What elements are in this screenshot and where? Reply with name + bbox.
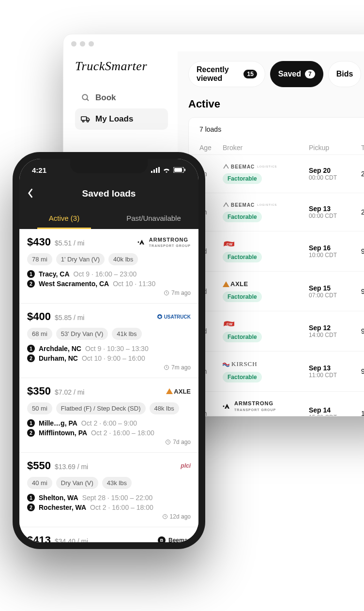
clock-icon — [164, 365, 169, 370]
table-row[interactable]: 2dCWFactorableSep 1610:00 CDT931 mi — [189, 231, 364, 271]
cell-trip: 944 mi — [361, 288, 364, 295]
stop-number-icon: 1 — [27, 345, 35, 352]
chip-row: 40 miDry Van (V)43k lbs — [27, 477, 191, 489]
cell-trip: 1,749 mi — [361, 410, 364, 416]
chip: Flatbed (F) / Step Deck (SD) — [56, 402, 146, 414]
tab-active[interactable]: Active (3) — [19, 208, 109, 229]
stop-city: Rochester, WA — [39, 504, 86, 511]
chip: 40 mi — [27, 477, 52, 489]
chip: 50 mi — [27, 402, 52, 414]
load-card[interactable]: $550$13.69 / miplci40 miDry Van (V)43k l… — [19, 453, 198, 527]
cell-broker: ARMSTRONGTRANSPORT GROUPFactorable — [223, 400, 305, 416]
cell-pickup: Sep 1507:00 CDT — [309, 284, 357, 299]
svg-rect-8 — [153, 169, 155, 173]
svg-point-4 — [87, 121, 89, 122]
price: $400 — [27, 310, 51, 322]
tab-recently-viewed[interactable]: Recently viewed 15 — [188, 61, 265, 87]
stop-row: 2Durham, NCOct 10 · 9:00 – 16:00 — [27, 354, 191, 362]
rate-per-mile: $5.51 / mi — [55, 239, 84, 247]
stop-row: 1Archdale, NCOct 9 · 10:30 – 13:30 — [27, 345, 191, 352]
truck-icon — [81, 114, 91, 124]
rate-per-mile: $13.69 / mi — [55, 463, 88, 471]
main-panel: Recently viewed 15 Saved 7 Bids Booked A… — [178, 51, 364, 415]
load-card[interactable]: $400$5.85 / miUSATRUCK68 mi53' Dry Van (… — [19, 304, 198, 378]
signal-icon — [151, 167, 160, 173]
factorable-badge: Factorable — [223, 212, 262, 222]
phone-header: Saved loads Active (3) Past/Unavailable — [19, 181, 198, 229]
chip: 78 mi — [27, 253, 52, 265]
cell-pickup: Sep 1415:00 CDT — [309, 406, 357, 416]
stop-time: Oct 2 · 16:00 – 18:00 — [91, 429, 154, 437]
stop-row: 1Mille…g, PAOct 2 · 6:00 – 9:00 — [27, 419, 191, 427]
table-row[interactable]: 1hBEEMACLOGISTICSFactorableSep 2000:00 C… — [189, 154, 364, 193]
section-title: Active — [188, 98, 364, 110]
col-pickup: Pickup — [309, 144, 357, 152]
load-card[interactable]: $350$7.02 / miAXLE50 miFlatbed (F) / Ste… — [19, 378, 198, 453]
phone-tabs: Active (3) Past/Unavailable — [19, 208, 198, 229]
clock-icon — [164, 290, 169, 296]
nav-book[interactable]: Book — [75, 87, 168, 108]
traffic-max-icon[interactable] — [89, 41, 94, 46]
stop-number-icon: 2 — [27, 504, 35, 511]
table-row[interactable]: 5dCWFactorableSep 1214:00 CDT926 mi — [189, 311, 364, 351]
phone-notch — [70, 159, 148, 173]
cell-broker: KIRSCHFactorable — [223, 360, 305, 382]
factorable-badge: Factorable — [223, 173, 262, 184]
cards-list[interactable]: $430$5.51 / miARMSTRONGTRANSPORT GROUP78… — [19, 229, 198, 542]
stop-city: Archdale, NC — [39, 345, 81, 352]
chip: 40k lbs — [108, 253, 138, 265]
svg-point-3 — [82, 121, 84, 122]
traffic-close-icon[interactable] — [71, 41, 76, 46]
cell-pickup: Sep 2000:00 CDT — [309, 167, 357, 181]
stop-row: 2Mifflintown, PAOct 2 · 16:00 – 18:00 — [27, 429, 191, 437]
cell-trip: 926 mi — [361, 327, 364, 335]
factorable-badge: Factorable — [223, 252, 262, 262]
stop-city: Mille…g, PA — [39, 419, 77, 427]
stop-row: 1Tracy, CAOct 9 · 16:00 – 23:00 — [27, 270, 191, 278]
tab-count-badge: 15 — [243, 70, 257, 78]
posted-time: 12d ago — [162, 513, 191, 520]
stop-time: Sept 28 · 15:00 – 22:00 — [82, 494, 153, 502]
cell-trip: 931 mi — [361, 247, 364, 255]
broker-logo: BEEMACLOGISTICS — [223, 202, 305, 208]
cell-pickup: Sep 1300:00 CDT — [309, 205, 357, 219]
table-row[interactable]: 3dAXLEFactorableSep 1507:00 CDT944 mi — [189, 271, 364, 311]
chip-row: 78 mi1' Dry Van (V)40k lbs — [27, 253, 191, 265]
load-card[interactable]: $413$34.40 / miBBeemac12 mi53' Reefer42k… — [19, 527, 198, 542]
back-button[interactable] — [27, 188, 34, 199]
cell-broker: BEEMACLOGISTICSFactorable — [223, 164, 305, 184]
svg-point-6 — [223, 406, 225, 407]
table-row[interactable]: 1hARMSTRONGTRANSPORT GROUPFactorableSep … — [189, 391, 364, 416]
tab-bids[interactable]: Bids — [328, 61, 362, 87]
chip: 1' Dry Van (V) — [56, 253, 105, 265]
carrier-logo: USATRUCK — [157, 314, 191, 320]
table-row[interactable]: 1hKIRSCHFactorableSep 1311:00 CDT937 mi — [189, 351, 364, 391]
tab-saved[interactable]: Saved 7 — [270, 61, 323, 87]
stop-row: 1Shelton, WASept 28 · 15:00 – 22:00 — [27, 494, 191, 502]
chip: 68 mi — [27, 328, 52, 340]
tab-past[interactable]: Past/Unavailable — [109, 208, 198, 229]
nav-my-loads[interactable]: My Loads — [75, 108, 168, 130]
factorable-badge: Factorable — [223, 332, 262, 342]
traffic-lights — [63, 34, 364, 51]
cell-pickup: Sep 1610:00 CDT — [309, 244, 357, 259]
col-broker: Broker — [223, 144, 305, 152]
phone-device: 4:21 Saved loads Active (3) Past/Unavail… — [13, 152, 205, 549]
stop-city: Shelton, WA — [39, 494, 78, 502]
load-card[interactable]: $430$5.51 / miARMSTRONGTRANSPORT GROUP78… — [19, 229, 198, 304]
table-header: Age Broker Pickup Trip — [189, 135, 364, 154]
stop-time: Oct 9 · 16:00 – 23:00 — [74, 270, 137, 278]
chip-row: 50 miFlatbed (F) / Step Deck (SD)48k lbs — [27, 402, 191, 414]
wifi-icon — [163, 167, 170, 173]
price: $350 — [27, 385, 51, 397]
broker-logo: ARMSTRONGTRANSPORT GROUP — [223, 400, 305, 412]
factorable-badge: Factorable — [223, 291, 262, 302]
svg-point-14 — [137, 242, 139, 243]
clock-icon — [165, 439, 171, 445]
svg-marker-5 — [223, 281, 229, 287]
table-row[interactable]: 1hBEEMACLOGISTICSFactorableSep 1300:00 C… — [189, 193, 364, 231]
broker-logo: BEEMACLOGISTICS — [223, 164, 305, 169]
tab-label: Bids — [336, 70, 353, 78]
traffic-min-icon[interactable] — [80, 41, 85, 46]
broker-logo: AXLE — [223, 280, 305, 288]
